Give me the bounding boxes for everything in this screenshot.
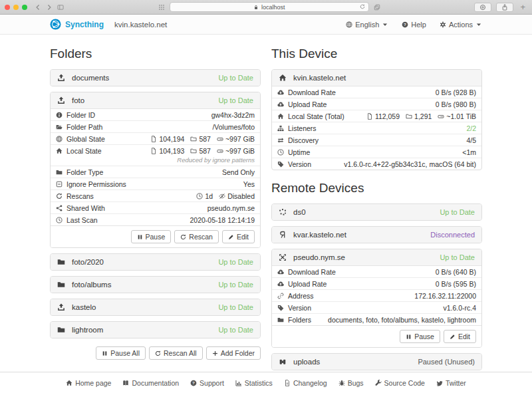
sidebar-toggle-button[interactable] [57, 4, 64, 11]
footer-link-statistics[interactable]: Statistics [235, 379, 273, 387]
footer-link-changelog[interactable]: Changelog [284, 379, 327, 387]
reload-button[interactable] [360, 4, 365, 11]
footer-link-documentation[interactable]: Documentation [122, 379, 179, 387]
extensions-button[interactable] [474, 3, 491, 12]
detail-row-listeners: Listeners 2/2 [272, 122, 481, 134]
folder-details: Folder ID gw4hx-3dz2m Folder Path /Volum… [51, 108, 260, 225]
value-part: 112,059 [366, 112, 400, 120]
folder-row-kastelo[interactable]: kasteloUp to Date [51, 299, 260, 315]
menu-label: Actions [449, 21, 473, 29]
detail-label: Upload Rate [288, 280, 327, 288]
edit-button[interactable]: Edit [222, 230, 255, 243]
folder-row-documents[interactable]: documentsUp to Date [51, 70, 260, 86]
tag-icon [277, 161, 284, 168]
device-name: uploads [293, 358, 411, 366]
panel-actions: PauseEdit [272, 325, 481, 347]
wrench-icon [375, 380, 382, 386]
navbar-menu-help[interactable]: Help [402, 21, 426, 29]
detail-note: Reduced by ignore patterns [51, 156, 260, 166]
syncthing-brand[interactable]: Syncthing [50, 19, 104, 30]
folder-name: lightroom [72, 326, 211, 334]
value-part: Disabled [219, 192, 255, 200]
zoom-window-button[interactable] [22, 5, 27, 10]
menu-label: English [355, 21, 379, 29]
detail-row-upload-rate: Upload Rate 0 B/s (980 B) [272, 98, 481, 110]
detail-label: Listeners [288, 124, 317, 132]
relay-icon [279, 231, 287, 239]
minus-square-icon [56, 181, 63, 188]
window-controls[interactable] [5, 5, 27, 10]
chart-icon [235, 380, 242, 386]
exchange-icon [277, 137, 284, 144]
device-panel-uploads: uploadsPaused (Unused) [271, 353, 482, 370]
info-icon [56, 112, 63, 118]
detail-value: Yes [243, 180, 255, 188]
forward-button[interactable] [46, 4, 53, 11]
rescan-button[interactable]: Rescan [174, 230, 219, 243]
device-row-kvar-kastelo-net[interactable]: kvar.kastelo.netDisconnected [272, 227, 481, 243]
folder-row-foto[interactable]: fotoUp to Date [51, 92, 260, 108]
navbar-menu-english[interactable]: English [346, 21, 388, 29]
folder-panel-foto-albums: foto/albumsUp to Date [50, 276, 261, 293]
footer-link-twitter[interactable]: Twitter [436, 379, 466, 387]
folder-icon [277, 317, 284, 323]
pause-all-button[interactable]: Pause All [96, 346, 146, 360]
clock-icon [196, 193, 203, 199]
eye-slash-icon [219, 193, 225, 199]
caret-down-icon [475, 21, 482, 28]
share-button[interactable] [496, 3, 513, 12]
folder-icon [57, 326, 65, 334]
folder-row-foto-2020[interactable]: foto/2020Up to Date [51, 254, 260, 270]
folder-o-icon [190, 136, 197, 142]
navbar-menus: EnglishHelpActions [346, 21, 482, 29]
pause-button[interactable]: Pause [400, 330, 440, 343]
folder-o-icon [406, 113, 412, 120]
new-tab-button[interactable]: + [518, 2, 527, 12]
footer-link-bugs[interactable]: Bugs [338, 379, 364, 387]
footer-link-label: Source Code [384, 379, 425, 387]
footer-link-home-page[interactable]: Home page [66, 379, 111, 387]
device-row-pseudo-nym-se[interactable]: pseudo.nym.seUp to Date [272, 249, 481, 265]
detail-row-download-rate: Download Rate 0 B/s (640 B) [272, 266, 481, 277]
footer-link-source-code[interactable]: Source Code [375, 379, 425, 387]
this-device-row[interactable]: kvin.kastelo.net [272, 70, 481, 86]
file-icon [150, 148, 157, 154]
sitemap-icon [277, 125, 284, 132]
footer-link-support[interactable]: Support [190, 379, 224, 387]
detail-value: 0 B/s (640 B) [436, 268, 476, 276]
detail-row-local-state-total: Local State (Total) 112,0591,291~1.01 Ti… [272, 110, 481, 122]
pencil-icon [228, 234, 234, 240]
detail-value: gw4hx-3dz2m [211, 111, 255, 119]
detail-label: Download Rate [288, 88, 336, 96]
detail-row-folder-type: Folder Type Send Only [51, 166, 260, 178]
detail-row-global-state: Global State 104,194587~997 GiB [51, 132, 260, 144]
clock-icon [277, 149, 284, 156]
footer-link-label: Support [200, 379, 224, 387]
back-button[interactable] [35, 4, 41, 11]
edit-button[interactable]: Edit [444, 330, 476, 343]
device-row-uploads[interactable]: uploadsPaused (Unused) [272, 354, 481, 370]
detail-value: documents, foto, foto/albums, kastelo, l… [328, 316, 476, 324]
home-icon [56, 148, 63, 154]
device-row-ds0[interactable]: ds0Up to Date [272, 204, 481, 220]
twitter-icon [436, 380, 443, 386]
folder-row-foto-albums[interactable]: foto/albumsUp to Date [51, 277, 260, 293]
folder-status: Up to Date [218, 258, 253, 266]
detail-label: Local State [66, 147, 102, 155]
detail-label: Version [288, 304, 311, 312]
rescan-all-button[interactable]: Rescan All [149, 346, 203, 360]
folder-row-lightroom[interactable]: lightroomUp to Date [51, 322, 260, 338]
tab-groups-icon[interactable] [158, 4, 165, 11]
add-folder-button[interactable]: Add Folder [206, 346, 261, 360]
detail-label: Folder Path [66, 123, 102, 131]
folder-name: foto/albums [72, 281, 211, 289]
detail-label: Folder Type [66, 168, 103, 176]
address-bar[interactable]: localhost [170, 2, 369, 12]
close-window-button[interactable] [5, 5, 10, 10]
url-text: localhost [261, 4, 285, 11]
minimize-window-button[interactable] [13, 5, 19, 10]
detail-label: Discovery [288, 136, 319, 144]
navbar-menu-actions[interactable]: Actions [440, 21, 482, 29]
pause-button[interactable]: Pause [131, 230, 172, 243]
tab-overview-button[interactable] [374, 4, 380, 11]
